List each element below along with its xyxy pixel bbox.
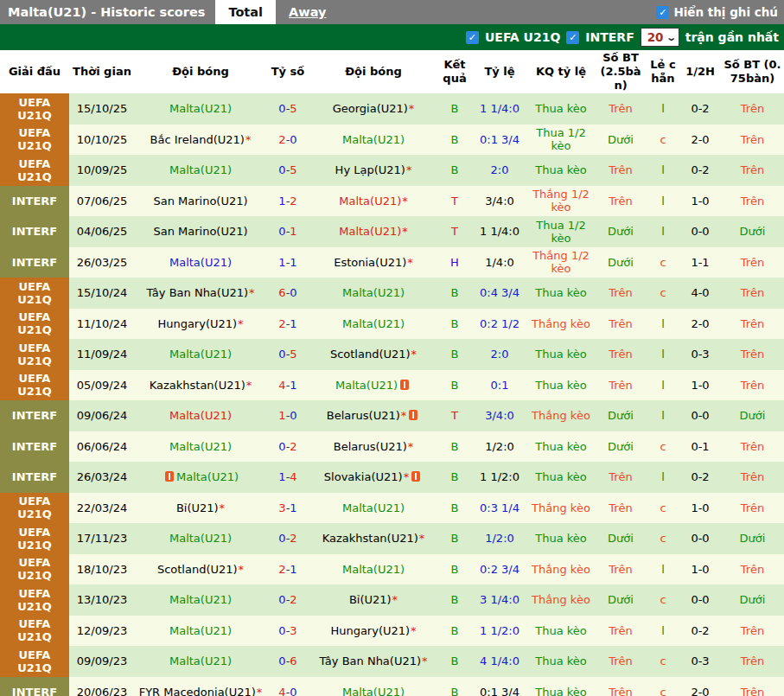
team-name[interactable]: Malta(U21) bbox=[169, 440, 232, 453]
away-team-cell: Malta(U21) bbox=[309, 493, 437, 524]
home-score: 2 bbox=[278, 133, 285, 146]
team-name[interactable]: Malta(U21) bbox=[342, 317, 405, 330]
team-name[interactable]: Scotland(U21) bbox=[330, 348, 411, 361]
team-name[interactable]: Estonia(U21) bbox=[334, 256, 406, 269]
goals-0-75-value: Trên bbox=[741, 195, 764, 208]
score-cell: 0-5 bbox=[266, 155, 309, 186]
team-name[interactable]: Malta(U21) bbox=[169, 593, 232, 606]
away-team-cell: Malta(U21) bbox=[309, 370, 437, 401]
historic-scores-table: Giải đấu Thời gian Đội bóng Tỷ số Đội bó… bbox=[0, 50, 784, 696]
away-team-cell: Malta(U21)* bbox=[309, 216, 437, 247]
team-name[interactable]: Kazakhstan(U21) bbox=[150, 379, 245, 392]
team-name[interactable]: Malta(U21) bbox=[342, 501, 405, 514]
odds-value: 1/2:0 bbox=[485, 440, 514, 453]
home-score: 1 bbox=[278, 256, 285, 269]
half-time-cell: 0-3 bbox=[679, 646, 721, 677]
team-name[interactable]: Malta(U21) bbox=[176, 470, 239, 483]
team-name[interactable]: Malta(U21) bbox=[169, 532, 232, 545]
home-team-cell: Malta(U21) bbox=[135, 523, 266, 554]
away-score: 1 bbox=[290, 563, 296, 576]
star-marker: * bbox=[257, 686, 263, 696]
team-name[interactable]: Malta(U21) bbox=[169, 256, 232, 269]
odds-result-cell: Thua kèo bbox=[527, 646, 595, 677]
team-name[interactable]: Belarus(U21) bbox=[327, 409, 400, 422]
table-row: INTERF26/03/24Malta(U21)1-4Slovakia(U21)… bbox=[0, 462, 784, 493]
odds-result-value: Thua kèo bbox=[535, 686, 587, 696]
team-name[interactable]: Scotland(U21) bbox=[157, 563, 238, 576]
result-cell: B bbox=[437, 278, 472, 309]
star-marker: * bbox=[245, 133, 252, 146]
team-name[interactable]: Malta(U21) bbox=[339, 195, 401, 208]
result-cell: B bbox=[437, 431, 472, 463]
odds-cell: 0:3 1/4 bbox=[472, 493, 527, 524]
star-marker: * bbox=[249, 286, 255, 299]
goals-2-5-value: Trên bbox=[609, 654, 632, 667]
team-name[interactable]: Malta(U21) bbox=[169, 163, 232, 176]
odds-result-cell: Thắng kèo bbox=[527, 554, 595, 585]
team-name[interactable]: Malta(U21) bbox=[339, 225, 401, 238]
chevron-down-icon: ⌄ bbox=[666, 32, 677, 43]
team-name[interactable]: San Marino(U21) bbox=[153, 195, 247, 208]
star-marker: * bbox=[419, 532, 425, 545]
team-name[interactable]: Hy Lạp(U21) bbox=[335, 163, 405, 176]
goals-0-75-cell: Trên bbox=[721, 616, 784, 647]
team-name[interactable]: Georgia(U21) bbox=[333, 102, 408, 115]
date-cell: 26/03/25 bbox=[69, 247, 135, 278]
away-team-cell: Scotland(U21)* bbox=[309, 339, 437, 370]
date-cell: 04/06/25 bbox=[69, 216, 135, 247]
team-name[interactable]: Malta(U21) bbox=[169, 654, 232, 667]
team-name[interactable]: FYR Macedonia(U21) bbox=[139, 686, 256, 696]
match-date: 13/10/23 bbox=[77, 593, 127, 606]
half-time-cell: 1-0 bbox=[679, 186, 721, 217]
team-name[interactable]: Malta(U21) bbox=[169, 624, 232, 637]
odds-cell: 0:2 3/4 bbox=[472, 554, 527, 585]
league-cell: INTERF bbox=[0, 462, 69, 493]
star-marker: * bbox=[392, 593, 398, 606]
goals-0-75-cell: Dưới bbox=[721, 216, 784, 247]
match-date: 10/10/25 bbox=[77, 133, 127, 146]
team-name[interactable]: Bỉ(U21) bbox=[176, 501, 219, 514]
show-notes-checkbox[interactable]: ✓ bbox=[656, 6, 669, 19]
home-team-cell: San Marino(U21) bbox=[135, 186, 266, 217]
goals-0-75-cell: Dưới bbox=[721, 400, 784, 431]
team-name[interactable]: Malta(U21) bbox=[342, 133, 405, 146]
odds-cell: 2:0 bbox=[472, 339, 527, 370]
odds-value: 3/4:0 bbox=[485, 195, 514, 208]
odds-cell: 1/2:0 bbox=[472, 523, 527, 554]
team-name[interactable]: Malta(U21) bbox=[169, 409, 232, 422]
goals-2-5-value: Trên bbox=[609, 563, 632, 576]
team-name[interactable]: Malta(U21) bbox=[342, 286, 405, 299]
interf-checkbox[interactable]: ✓ bbox=[566, 31, 579, 44]
team-name[interactable]: Bỉ(U21) bbox=[349, 593, 392, 606]
odds-result-value: Thắng kèo bbox=[532, 409, 590, 422]
result-cell: B bbox=[437, 584, 472, 616]
team-name[interactable]: San Marino(U21) bbox=[153, 225, 247, 238]
team-name[interactable]: Tây Ban Nha(U21) bbox=[146, 286, 248, 299]
team-name[interactable]: Malta(U21) bbox=[342, 563, 405, 576]
team-name[interactable]: Belarus(U21) bbox=[334, 440, 407, 453]
odd-even-value: c bbox=[660, 440, 666, 453]
goals-0-75-value: Trên bbox=[741, 470, 764, 483]
team-name[interactable]: Malta(U21) bbox=[169, 348, 232, 361]
team-name[interactable]: Malta(U21) bbox=[169, 102, 232, 115]
uefa-u21q-checkbox[interactable]: ✓ bbox=[466, 31, 479, 44]
tab-away[interactable]: Away bbox=[276, 0, 339, 24]
team-name[interactable]: Hungary(U21) bbox=[330, 624, 410, 637]
star-marker: * bbox=[406, 163, 412, 176]
team-name[interactable]: Bắc Ireland(U21) bbox=[150, 133, 245, 146]
team-name[interactable]: Malta(U21) bbox=[342, 686, 405, 696]
team-name[interactable]: Malta(U21) bbox=[335, 379, 398, 392]
league-cell: UEFA U21Q bbox=[0, 125, 69, 156]
odd-even-value: l bbox=[661, 102, 665, 115]
away-score: 5 bbox=[290, 163, 296, 176]
team-name[interactable]: Slovakia(U21) bbox=[324, 470, 403, 483]
goals-0-75-value: Trên bbox=[741, 348, 764, 361]
result-letter: B bbox=[451, 624, 459, 637]
team-name[interactable]: Hungary(U21) bbox=[157, 317, 237, 330]
match-count-select[interactable]: 20 ⌄ bbox=[641, 28, 679, 47]
team-name[interactable]: Kazakhstan(U21) bbox=[322, 532, 418, 545]
tab-total[interactable]: Total bbox=[215, 0, 276, 24]
table-row: UEFA U21Q17/11/23Malta(U21)0-2Kazakhstan… bbox=[0, 523, 784, 554]
league-cell: UEFA U21Q bbox=[0, 278, 69, 309]
team-name[interactable]: Tây Ban Nha(U21) bbox=[319, 654, 421, 667]
